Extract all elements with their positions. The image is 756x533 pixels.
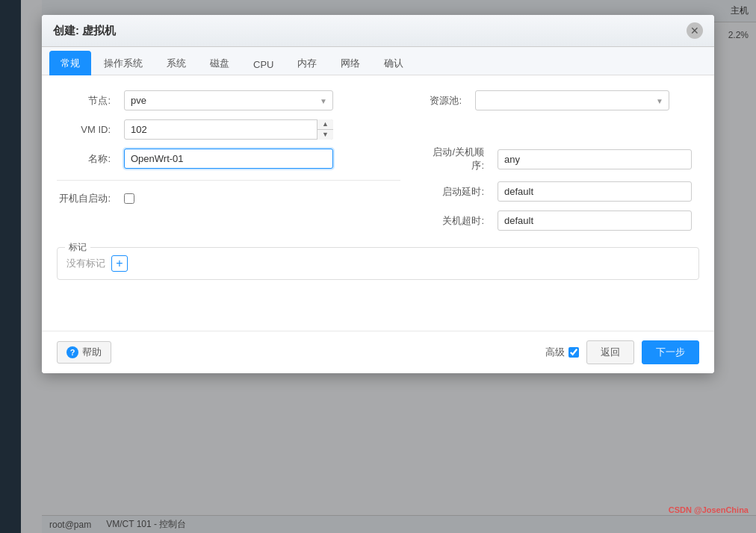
- next-label: 下一步: [656, 346, 685, 358]
- vm-id-increment-button[interactable]: ▲: [317, 119, 333, 130]
- vm-id-row: VM ID: 102 ▲ ▼: [57, 119, 400, 140]
- name-row: 名称: OpenWrt-01: [57, 149, 400, 169]
- name-label: 名称:: [57, 152, 117, 166]
- node-label: 节点:: [57, 94, 117, 107]
- form-columns: 节点: pve ▼ VM ID: 102: [57, 90, 699, 240]
- dialog-body: 节点: pve ▼ VM ID: 102: [42, 75, 714, 331]
- help-label: 帮助: [82, 346, 102, 359]
- add-tag-button[interactable]: +: [111, 255, 128, 272]
- resource-pool-select[interactable]: [475, 90, 669, 110]
- vm-id-label: VM ID:: [57, 124, 117, 135]
- form-right-column: 资源池: ▼ 启动/关机顺序: any: [423, 90, 699, 240]
- vm-id-decrement-button[interactable]: ▼: [317, 130, 333, 140]
- shutdown-timeout-label: 关机超时:: [423, 214, 490, 228]
- plus-icon: +: [116, 258, 123, 269]
- vm-id-spin-buttons: ▲ ▼: [317, 119, 333, 140]
- tab-bar: 常规 操作系统 系统 磁盘 CPU 内存 网络 确认: [42, 47, 714, 75]
- tags-empty-label: 没有标记: [66, 257, 105, 270]
- shutdown-timeout-input[interactable]: default: [498, 211, 692, 231]
- back-button[interactable]: 返回: [586, 340, 634, 364]
- node-row: 节点: pve ▼: [57, 90, 400, 110]
- tab-cpu[interactable]: CPU: [242, 53, 285, 75]
- autostart-label: 开机自启动:: [57, 192, 117, 205]
- create-vm-dialog: 创建: 虚拟机 ✕ 常规 操作系统 系统 磁盘 CPU 内存: [42, 15, 714, 373]
- tags-section: 标记 没有标记 +: [57, 247, 699, 280]
- advanced-row: 高级: [545, 346, 579, 359]
- tags-legend: 标记: [65, 241, 90, 254]
- resource-pool-select-wrapper: ▼: [475, 90, 669, 110]
- autostart-row: 开机自启动:: [57, 192, 400, 205]
- modal-overlay: 创建: 虚拟机 ✕ 常规 操作系统 系统 磁盘 CPU 内存: [0, 0, 756, 533]
- spacer: [423, 110, 699, 146]
- tab-disk[interactable]: 磁盘: [199, 51, 241, 75]
- footer-right: 高级 返回 下一步: [545, 340, 699, 364]
- tags-content: 没有标记 +: [66, 255, 690, 272]
- dialog-header: 创建: 虚拟机 ✕: [42, 15, 714, 47]
- start-order-input[interactable]: any: [498, 149, 692, 169]
- tab-confirm[interactable]: 确认: [373, 51, 415, 75]
- node-select[interactable]: pve: [124, 90, 333, 110]
- form-left-column: 节点: pve ▼ VM ID: 102: [57, 90, 400, 240]
- divider-1: [57, 180, 400, 181]
- shutdown-timeout-row: 关机超时: default: [423, 211, 699, 231]
- dialog-footer: ? 帮助 高级 返回 下一步: [42, 331, 714, 373]
- dialog-title: 创建: 虚拟机: [53, 24, 116, 38]
- tab-memory[interactable]: 内存: [286, 51, 328, 75]
- back-label: 返回: [601, 346, 620, 358]
- start-delay-row: 启动延时: default: [423, 181, 699, 202]
- advanced-checkbox[interactable]: [568, 347, 579, 358]
- resource-pool-label: 资源池:: [423, 94, 468, 107]
- start-delay-label: 启动延时:: [423, 185, 490, 199]
- next-button[interactable]: 下一步: [642, 340, 699, 364]
- start-order-label: 启动/关机顺序:: [423, 146, 490, 172]
- help-icon: ?: [66, 346, 78, 358]
- tab-os[interactable]: 操作系统: [93, 51, 154, 75]
- close-button[interactable]: ✕: [687, 22, 703, 39]
- footer-left: ? 帮助: [57, 341, 111, 364]
- tab-general[interactable]: 常规: [49, 51, 91, 75]
- tags-container: 标记 没有标记 +: [57, 247, 699, 280]
- node-select-wrapper: pve ▼: [124, 90, 333, 110]
- help-button[interactable]: ? 帮助: [57, 341, 111, 364]
- start-order-row: 启动/关机顺序: any: [423, 146, 699, 172]
- advanced-label: 高级: [545, 346, 565, 359]
- start-delay-input[interactable]: default: [498, 181, 692, 202]
- vm-id-spinner: 102 ▲ ▼: [124, 119, 333, 140]
- resource-pool-row: 资源池: ▼: [423, 90, 699, 110]
- close-icon: ✕: [690, 25, 699, 37]
- name-input[interactable]: OpenWrt-01: [124, 149, 333, 169]
- tab-system[interactable]: 系统: [155, 51, 197, 75]
- vm-id-input[interactable]: 102: [124, 119, 333, 140]
- watermark: CSDN @JosenChina: [669, 505, 749, 514]
- autostart-checkbox[interactable]: [124, 193, 134, 204]
- tab-network[interactable]: 网络: [329, 51, 371, 75]
